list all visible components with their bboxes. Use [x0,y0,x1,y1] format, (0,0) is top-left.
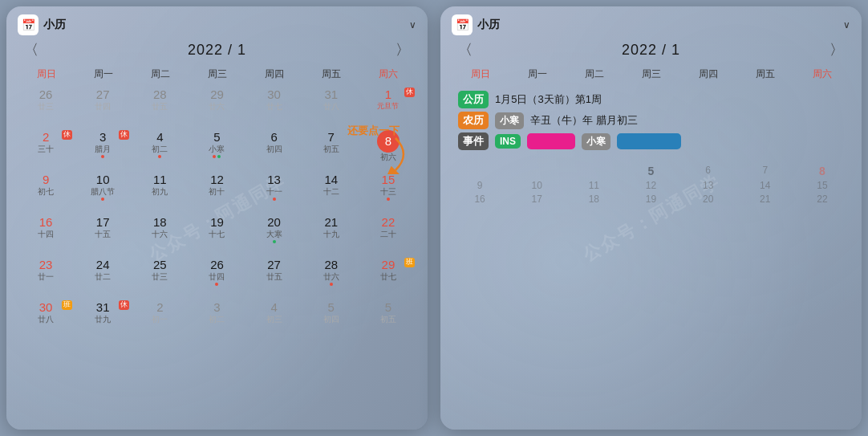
dow-sun: 周日 [18,66,75,83]
table-row[interactable]: 28 廿五 [132,86,188,128]
shijian-label: 事件 [458,132,489,150]
right-prev-month-button[interactable]: 〈 [455,40,476,59]
mini-cell: 12 [623,180,679,191]
right-app-icon-group: 📅 小历 [452,14,500,35]
table-row[interactable]: 3 初二 [189,299,245,340]
mini-cell-8: 8 [794,165,850,177]
nongli-row: 农历 小寒 辛丑（牛）年 腊月初三 [458,112,844,129]
table-row[interactable]: 17 十五 [75,214,131,255]
right-dow-sat: 周六 [793,66,850,83]
table-row[interactable]: 11 初九 [132,171,188,213]
table-row[interactable]: 4 初二 [132,128,188,170]
mini-cell: 9 [452,180,508,191]
table-row[interactable]: 30 廿八 班 [18,299,74,340]
mini-cell: 20 [680,194,736,205]
right-header: 📅 小历 ∨ [452,14,850,35]
dow-fri: 周五 [302,66,359,83]
mini-cell [452,165,508,177]
table-row[interactable]: 2 三十 休 [18,128,74,170]
table-row[interactable]: 5 小寒 [189,128,245,170]
right-calendar-panel: 公众号：阿通同学 📅 小历 ∨ 〈 2022 / 1 〉 周日 周一 周二 周三… [440,6,862,430]
event-info-section: 公历 1月5日（3天前）第1周 农历 小寒 辛丑（牛）年 腊月初三 事件 INS… [452,86,850,158]
table-row[interactable]: 26 廿四 [189,256,245,298]
right-chevron-down-icon[interactable]: ∨ [843,19,850,31]
mini-cell [509,165,565,177]
month-title: 2022 / 1 [188,42,246,59]
dow-thu: 周四 [245,66,302,83]
right-dow-thu: 周四 [679,66,736,83]
table-row[interactable]: 15 十三 [360,171,416,213]
table-row[interactable]: 31 廿九 休 [75,299,131,340]
mini-cell [566,165,622,177]
right-dow-fri: 周五 [736,66,793,83]
table-row[interactable]: 29 廿七 班 [360,256,416,298]
right-dow-mon: 周一 [509,66,566,83]
left-month-nav: 〈 2022 / 1 〉 [18,40,416,59]
dow-wed: 周三 [189,66,245,83]
calendar-grid: 26 廿三 27 廿四 28 廿五 29 廿六 30 廿七 31 廿八 [18,86,416,340]
mini-cell-5: 5 [623,165,679,177]
table-row[interactable]: 31 廿八 [303,86,359,128]
right-app-title: 小历 [477,18,500,32]
app-icon-group: 📅 小历 [18,14,66,35]
table-row[interactable]: 23 廿一 [18,256,74,298]
table-row[interactable]: 24 廿二 [75,256,131,298]
gongli-row: 公历 1月5日（3天前）第1周 [458,91,844,108]
gongli-label: 公历 [458,91,489,108]
table-row[interactable]: 8 初六 [360,128,416,170]
table-row[interactable]: 28 廿六 [303,256,359,298]
table-row[interactable]: 12 初十 [189,171,245,213]
table-row[interactable]: 2 初一 [132,299,188,340]
xiaoshu-event-tag: 小寒 [582,133,610,150]
table-row[interactable]: 5 初四 [303,299,359,340]
gongli-value: 1月5日（3天前）第1周 [495,92,602,107]
mini-cell: 7 [737,165,793,177]
table-row[interactable]: 22 二十 [360,214,416,255]
right-dow-headers: 周日 周一 周二 周三 周四 周五 周六 [452,66,850,83]
table-row[interactable]: 5 初五 [360,299,416,340]
mini-calendar: 5 6 7 8 9 10 11 12 13 14 15 16 17 18 19 … [452,165,850,205]
table-row[interactable]: 19 十七 [189,214,245,255]
table-row[interactable]: 27 廿五 [246,256,302,298]
dow-mon: 周一 [75,66,132,83]
chevron-down-icon[interactable]: ∨ [409,19,416,31]
right-app-icon: 📅 [452,14,473,35]
table-row[interactable]: 29 廿六 [189,86,245,128]
table-row[interactable]: 4 初三 [246,299,302,340]
table-row[interactable]: 21 十九 [303,214,359,255]
mini-cell: 11 [566,180,622,191]
table-row[interactable]: 1 元旦节 休 [360,86,416,128]
table-row[interactable]: 25 廿三 [132,256,188,298]
mini-cell: 18 [566,194,622,205]
table-row[interactable]: 18 十六 [132,214,188,255]
table-row[interactable]: 9 初七 [18,171,74,213]
table-row[interactable]: 10 腊八节 [75,171,131,213]
table-row[interactable]: 13 十一 [246,171,302,213]
table-row[interactable]: 7 初五 [303,128,359,170]
table-row[interactable]: 30 廿七 [246,86,302,128]
dow-sat: 周六 [359,66,416,83]
mini-cell: 15 [794,180,850,191]
table-row[interactable]: 26 廿三 [18,86,74,128]
left-header: 📅 小历 ∨ [18,14,416,35]
right-month-nav: 〈 2022 / 1 〉 [452,40,850,59]
mini-cell: 14 [737,180,793,191]
mini-cell: 22 [794,194,850,205]
right-month-title: 2022 / 1 [622,42,680,59]
pink-event-tag [527,133,575,149]
right-dow-sun: 周日 [452,66,509,83]
table-row[interactable]: 16 十四 [18,214,74,255]
nongli-label: 农历 [458,112,489,129]
next-month-button[interactable]: 〉 [392,40,413,59]
app-title: 小历 [43,18,66,32]
table-row[interactable]: 14 十二 [303,171,359,213]
prev-month-button[interactable]: 〈 [21,40,42,59]
table-row[interactable]: 3 腊月 休 [75,128,131,170]
dow-headers: 周日 周一 周二 周三 周四 周五 周六 [18,66,416,83]
right-next-month-button[interactable]: 〉 [826,40,847,59]
table-row[interactable]: 27 廿四 [75,86,131,128]
table-row[interactable]: 6 初四 [246,128,302,170]
table-row[interactable]: 20 大寒 [246,214,302,255]
mini-cell: 13 [680,180,736,191]
mini-cell: 17 [509,194,565,205]
